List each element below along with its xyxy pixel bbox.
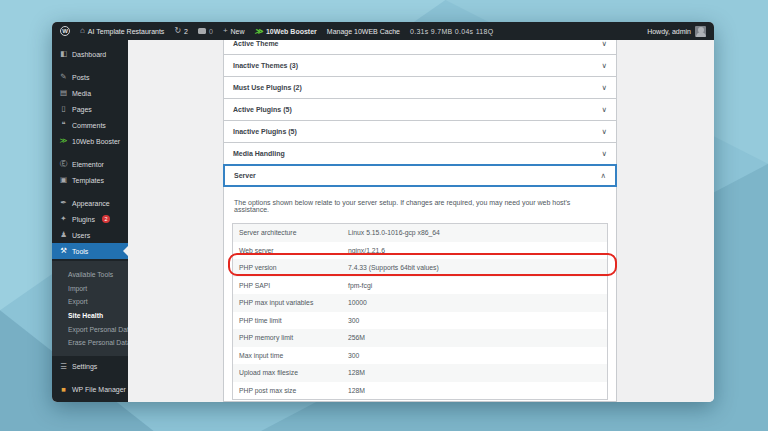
10web-booster-brand: 10Web Booster <box>266 28 317 35</box>
sidebar-item-label: Comments <box>72 122 106 129</box>
submenu-item-available-tools[interactable]: Available Tools <box>52 268 128 282</box>
chevron-down-icon: ∨ <box>602 61 608 70</box>
sidebar-item-label: Elementor <box>72 161 104 168</box>
site-home-link[interactable]: ⌂ AI Template Restaurants <box>80 27 164 35</box>
howdy-account-link[interactable]: Howdy, admin <box>647 28 691 35</box>
elementor-icon: Ⓔ <box>59 160 68 168</box>
submenu-item-import[interactable]: Import <box>52 282 128 296</box>
new-content-menu[interactable]: + New <box>223 27 245 35</box>
sidebar-item-label: Plugins <box>72 216 95 223</box>
table-row-upload-max-filesize: Upload max filesize128M <box>233 364 607 382</box>
table-cell-value: fpm-fcgi <box>348 282 607 289</box>
updates-indicator[interactable]: ↻ 2 <box>174 27 188 35</box>
table-cell-value: 256M <box>348 334 607 341</box>
sidebar-item-label: Templates <box>72 177 104 184</box>
accordion-active-plugins-5[interactable]: Active Plugins (5)∨ <box>223 98 617 121</box>
table-cell-label: PHP post max size <box>233 387 348 394</box>
accordion-label: Active Plugins (5) <box>233 106 292 113</box>
submenu-item-export[interactable]: Export <box>52 295 128 309</box>
sidebar-item-plugins[interactable]: ✦Plugins2 <box>52 211 128 227</box>
manage-cache-label: Manage 10WEB Cache <box>327 28 400 35</box>
table-row-php-version: PHP version7.4.33 (Supports 64bit values… <box>233 259 607 277</box>
accordion-active-theme[interactable]: Active Theme∨ <box>223 40 617 55</box>
sidebar-submenu: Available ToolsImportExportSite HealthEx… <box>52 261 128 356</box>
sidebar-item-media[interactable]: ▤Media <box>52 85 128 101</box>
sidebar-item-wp-file-manager[interactable]: ■WP File Manager <box>52 382 128 398</box>
plugins-update-badge: 2 <box>102 215 110 223</box>
chevron-down-icon: ∨ <box>602 83 608 92</box>
comment-bubble-icon <box>198 28 206 34</box>
sidebar-item-pages[interactable]: ▯Pages <box>52 101 128 117</box>
sidebar-item-tools[interactable]: ⚒Tools <box>52 243 128 259</box>
sidebar-item-label: Pages <box>72 106 92 113</box>
sidebar-item-label: Users <box>72 232 90 239</box>
sidebar-menu-bottom: ☰Settings■WP File Manager <box>52 356 128 398</box>
media-icon: ▤ <box>59 89 68 97</box>
table-cell-label: Web server <box>233 247 348 254</box>
comments-indicator[interactable]: 0 <box>198 28 213 35</box>
comments-icon: ❝ <box>59 121 68 129</box>
chevron-up-icon: ∧ <box>601 171 607 180</box>
sidebar-item-label: Media <box>72 90 91 97</box>
manage-cache-button[interactable]: Manage 10WEB Cache <box>327 28 400 35</box>
user-avatar[interactable] <box>695 26 706 37</box>
table-cell-label: PHP memory limit <box>233 334 348 341</box>
accordion-must-use-plugins-2[interactable]: Must Use Plugins (2)∨ <box>223 76 617 99</box>
10web-booster-menu[interactable]: ≫ 10Web Booster <box>255 27 317 36</box>
accordion-media-handling[interactable]: Media Handling∨ <box>223 142 617 165</box>
sidebar-item-label: Appearance <box>72 200 110 207</box>
submenu-item-erase-personal-data[interactable]: Erase Personal Data <box>52 336 128 350</box>
table-cell-label: PHP time limit <box>233 317 348 324</box>
accordion-inactive-themes-3[interactable]: Inactive Themes (3)∨ <box>223 54 617 77</box>
accordion-label: Inactive Plugins (5) <box>233 128 297 135</box>
accordion-server[interactable]: Server∧ <box>223 164 617 187</box>
admin-main: ◧Dashboard✎Posts▤Media▯Pages❝Comments≫10… <box>52 40 714 402</box>
sidebar-item-dashboard[interactable]: ◧Dashboard <box>52 46 128 62</box>
new-label: New <box>231 28 245 35</box>
table-row-max-input-time: Max input time300 <box>233 347 607 365</box>
plus-icon: + <box>223 27 228 35</box>
submenu-item-site-health[interactable]: Site Health <box>52 309 128 323</box>
accordion-label: Inactive Themes (3) <box>233 62 298 69</box>
templates-icon: ▣ <box>59 176 68 184</box>
admin-bar: W ⌂ AI Template Restaurants ↻ 2 0 + New … <box>52 22 714 40</box>
accordion-list: Active Theme∨Inactive Themes (3)∨Must Us… <box>223 40 617 187</box>
sidebar-item-comments[interactable]: ❝Comments <box>52 117 128 133</box>
site-health-content: Active Theme∨Inactive Themes (3)∨Must Us… <box>128 40 714 402</box>
performance-stats-text: 0.31s 9.7MB 0.04s 118Q <box>410 28 494 35</box>
table-row-php-time-limit: PHP time limit300 <box>233 312 607 330</box>
table-cell-label: Max input time <box>233 352 348 359</box>
sidebar-item-posts[interactable]: ✎Posts <box>52 69 128 85</box>
sidebar-item-label: Tools <box>72 248 88 255</box>
table-cell-value: 128M <box>348 369 607 376</box>
posts-icon: ✎ <box>59 73 68 81</box>
sidebar-item-users[interactable]: ♟Users <box>52 227 128 243</box>
sidebar-item-settings[interactable]: ☰Settings <box>52 359 128 375</box>
sidebar-item-appearance[interactable]: ✒Appearance <box>52 195 128 211</box>
sidebar-item-templates[interactable]: ▣Templates <box>52 172 128 188</box>
table-cell-value: 300 <box>348 352 607 359</box>
performance-stats: 0.31s 9.7MB 0.04s 118Q <box>410 28 494 35</box>
table-row-php-max-input-variables: PHP max input variables10000 <box>233 294 607 312</box>
sidebar-item-label: Dashboard <box>72 51 106 58</box>
wordpress-menu[interactable]: W <box>60 26 70 36</box>
admin-bar-left: W ⌂ AI Template Restaurants ↻ 2 0 + New … <box>60 26 647 36</box>
submenu-item-export-personal-data[interactable]: Export Personal Data <box>52 322 128 336</box>
table-cell-label: PHP version <box>233 264 348 271</box>
sidebar-menu: ◧Dashboard✎Posts▤Media▯Pages❝Comments≫10… <box>52 46 128 259</box>
sidebar-item-label: Settings <box>72 363 97 370</box>
settings-icon: ☰ <box>59 363 68 371</box>
chevron-down-icon: ∨ <box>602 40 608 48</box>
accordion-inactive-plugins-5[interactable]: Inactive Plugins (5)∨ <box>223 120 617 143</box>
sidebar-item-elementor[interactable]: ⒺElementor <box>52 156 128 172</box>
sidebar-item-label: 10Web Booster <box>72 138 120 145</box>
chevron-down-icon: ∨ <box>602 149 608 158</box>
plugins-icon: ✦ <box>59 215 68 223</box>
pages-icon: ▯ <box>59 105 68 113</box>
table-row-php-memory-limit: PHP memory limit256M <box>233 329 607 347</box>
site-name: AI Template Restaurants <box>88 28 165 35</box>
table-cell-label: PHP max input variables <box>233 299 348 306</box>
sidebar-item-10web-booster[interactable]: ≫10Web Booster <box>52 133 128 149</box>
wordpress-logo-icon: W <box>60 26 70 36</box>
table-row-server-architecture: Server architectureLinux 5.15.0-1016-gcp… <box>233 224 607 242</box>
